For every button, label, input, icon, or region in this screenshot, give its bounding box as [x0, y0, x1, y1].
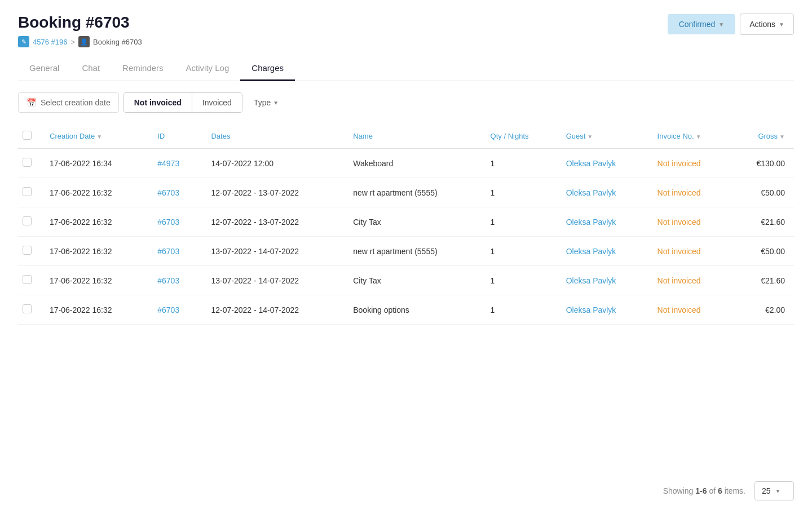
- row-id-4[interactable]: #6703: [148, 266, 202, 295]
- row-guest-1[interactable]: Oleksa Pavlyk: [557, 178, 648, 207]
- chevron-down-icon: ▼: [779, 21, 784, 28]
- breadcrumb-booking-icon: ✎: [18, 36, 29, 47]
- row-invoice-status-3: Not invoiced: [648, 237, 732, 266]
- actions-label: Actions: [749, 20, 775, 29]
- table-row: 17-06-2022 16:32 #6703 13-07-2022 - 14-0…: [18, 237, 794, 266]
- row-id-1[interactable]: #6703: [148, 178, 202, 207]
- row-qty-2: 1: [482, 207, 557, 237]
- sort-arrow-gross: ▼: [779, 134, 785, 140]
- row-guest-5[interactable]: Oleksa Pavlyk: [557, 295, 648, 325]
- table-row: 17-06-2022 16:32 #6703 12-07-2022 - 13-0…: [18, 207, 794, 237]
- row-check-1[interactable]: [18, 178, 41, 207]
- charges-table-container: Creation Date▼ ID Dates Name Qty / Night…: [18, 124, 794, 325]
- col-header-id: ID: [148, 124, 202, 149]
- table-row: 17-06-2022 16:32 #6703 13-07-2022 - 14-0…: [18, 266, 794, 295]
- col-header-check: [18, 124, 41, 149]
- row-creation-date-3: 17-06-2022 16:32: [41, 237, 148, 266]
- row-id-5[interactable]: #6703: [148, 295, 202, 325]
- invoice-filter-toggle: Not invoiced Invoiced: [123, 92, 242, 113]
- col-header-name: Name: [344, 124, 481, 149]
- col-header-creation-date[interactable]: Creation Date▼: [41, 124, 148, 149]
- date-filter-label: Select creation date: [41, 98, 111, 107]
- confirmed-button[interactable]: Confirmed ▼: [668, 14, 736, 34]
- row-name-0: Wakeboard: [344, 149, 481, 178]
- row-gross-4: €21.60: [731, 266, 794, 295]
- table-row: 17-06-2022 16:32 #6703 12-07-2022 - 14-0…: [18, 295, 794, 325]
- table-footer: Showing 1-6 of 6 items. 25 ▼: [663, 481, 794, 500]
- charges-table: Creation Date▼ ID Dates Name Qty / Night…: [18, 124, 794, 325]
- col-header-qty: Qty / Nights: [482, 124, 557, 149]
- select-all-checkbox[interactable]: [23, 131, 32, 140]
- row-guest-3[interactable]: Oleksa Pavlyk: [557, 237, 648, 266]
- row-check-4[interactable]: [18, 266, 41, 295]
- col-header-gross[interactable]: Gross▼: [731, 124, 794, 149]
- row-check-3[interactable]: [18, 237, 41, 266]
- row-name-1: new rt apartment (5555): [344, 178, 481, 207]
- row-dates-1: 12-07-2022 - 13-07-2022: [202, 178, 344, 207]
- table-row: 17-06-2022 16:32 #6703 12-07-2022 - 13-0…: [18, 178, 794, 207]
- row-dates-3: 13-07-2022 - 14-07-2022: [202, 237, 344, 266]
- row-check-2[interactable]: [18, 207, 41, 237]
- tab-charges[interactable]: Charges: [240, 56, 295, 81]
- breadcrumb-guest-icon: 👤: [78, 36, 90, 47]
- page-wrapper: Booking #6703 ✎ 4576 #196 > 👤 Booking #6…: [0, 0, 812, 523]
- row-qty-1: 1: [482, 178, 557, 207]
- row-checkbox-3[interactable]: [23, 246, 32, 255]
- row-checkbox-5[interactable]: [23, 304, 32, 313]
- breadcrumb-separator: >: [70, 38, 75, 46]
- row-checkbox-1[interactable]: [23, 187, 32, 196]
- confirmed-label: Confirmed: [679, 20, 716, 29]
- row-guest-4[interactable]: Oleksa Pavlyk: [557, 266, 648, 295]
- breadcrumb-current: Booking #6703: [93, 38, 142, 46]
- tab-general[interactable]: General: [18, 56, 70, 81]
- row-invoice-status-5: Not invoiced: [648, 295, 732, 325]
- row-checkbox-0[interactable]: [23, 158, 32, 167]
- row-id-2[interactable]: #6703: [148, 207, 202, 237]
- row-dates-2: 12-07-2022 - 13-07-2022: [202, 207, 344, 237]
- breadcrumb-link[interactable]: 4576 #196: [33, 38, 67, 46]
- row-invoice-status-1: Not invoiced: [648, 178, 732, 207]
- showing-text: Showing 1-6 of 6 items.: [663, 486, 745, 495]
- row-check-5[interactable]: [18, 295, 41, 325]
- row-invoice-status-4: Not invoiced: [648, 266, 732, 295]
- sort-arrow-guest: ▼: [587, 134, 593, 140]
- row-creation-date-2: 17-06-2022 16:32: [41, 207, 148, 237]
- date-filter[interactable]: 📅 Select creation date: [18, 92, 119, 113]
- row-creation-date-5: 17-06-2022 16:32: [41, 295, 148, 325]
- row-check-0[interactable]: [18, 149, 41, 178]
- row-id-3[interactable]: #6703: [148, 237, 202, 266]
- chevron-down-icon: ▼: [273, 100, 279, 106]
- table-body: 17-06-2022 16:34 #4973 14-07-2022 12:00 …: [18, 149, 794, 325]
- filters-bar: 📅 Select creation date Not invoiced Invo…: [18, 92, 794, 113]
- col-header-invoice-no[interactable]: Invoice No.▼: [648, 124, 732, 149]
- page-title: Booking #6703: [18, 14, 142, 32]
- chevron-down-icon: ▼: [775, 488, 781, 494]
- row-checkbox-2[interactable]: [23, 216, 32, 225]
- not-invoiced-filter-button[interactable]: Not invoiced: [124, 93, 192, 112]
- tab-reminders[interactable]: Reminders: [111, 56, 175, 81]
- actions-button[interactable]: Actions ▼: [740, 14, 794, 35]
- table-row: 17-06-2022 16:34 #4973 14-07-2022 12:00 …: [18, 149, 794, 178]
- row-creation-date-0: 17-06-2022 16:34: [41, 149, 148, 178]
- invoiced-filter-button[interactable]: Invoiced: [192, 93, 242, 112]
- row-id-0[interactable]: #4973: [148, 149, 202, 178]
- row-qty-5: 1: [482, 295, 557, 325]
- row-guest-2[interactable]: Oleksa Pavlyk: [557, 207, 648, 237]
- tab-activity-log[interactable]: Activity Log: [175, 56, 241, 81]
- type-label: Type: [254, 98, 271, 107]
- sort-arrow-invoice-no: ▼: [696, 134, 701, 140]
- tab-bar: General Chat Reminders Activity Log Char…: [18, 56, 794, 81]
- row-checkbox-4[interactable]: [23, 275, 32, 284]
- row-guest-0[interactable]: Oleksa Pavlyk: [557, 149, 648, 178]
- per-page-value: 25: [762, 486, 771, 495]
- row-creation-date-4: 17-06-2022 16:32: [41, 266, 148, 295]
- row-name-2: City Tax: [344, 207, 481, 237]
- col-header-dates: Dates: [202, 124, 344, 149]
- row-creation-date-1: 17-06-2022 16:32: [41, 178, 148, 207]
- type-dropdown[interactable]: Type ▼: [247, 93, 285, 112]
- row-dates-0: 14-07-2022 12:00: [202, 149, 344, 178]
- col-header-guest[interactable]: Guest▼: [557, 124, 648, 149]
- tab-chat[interactable]: Chat: [70, 56, 111, 81]
- per-page-select[interactable]: 25 ▼: [754, 481, 794, 500]
- page-header: Booking #6703 ✎ 4576 #196 > 👤 Booking #6…: [18, 14, 794, 47]
